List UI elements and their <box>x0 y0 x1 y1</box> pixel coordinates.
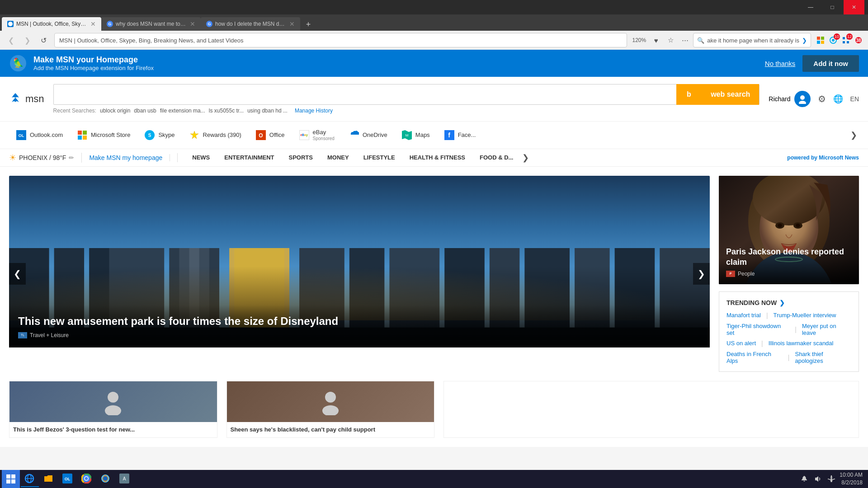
nav-link-money[interactable]: MONEY <box>320 154 356 161</box>
slider-dot-14[interactable] <box>393 365 396 368</box>
slider-dot-4[interactable] <box>339 365 342 368</box>
quick-link-outlook[interactable]: OL Outlook.com <box>9 127 70 144</box>
slider-dot-11[interactable] <box>377 365 380 368</box>
trending-item-1-0[interactable]: Tiger-Phil showdown set <box>726 323 789 336</box>
url-bar[interactable]: MSN | Outlook, Office, Skype, Bing, Brea… <box>54 33 627 47</box>
tab-msn-close[interactable]: ✕ <box>90 20 96 28</box>
slider-dot-2[interactable] <box>328 365 331 368</box>
tab-delete-msn-close[interactable]: ✕ <box>289 20 295 28</box>
back-button[interactable]: ❮ <box>4 33 18 47</box>
quick-link-facebook[interactable]: f Face... <box>437 127 483 144</box>
slider-dot-0[interactable] <box>317 365 321 368</box>
bottom-article-1[interactable]: Sheen says he's blacklisted, can't pay c… <box>226 381 435 438</box>
slider-next-button[interactable]: ❯ <box>693 263 710 285</box>
slider-dot-7[interactable] <box>355 365 359 368</box>
quick-links-bar: OL Outlook.com Microsoft Store S Skype R… <box>0 121 868 149</box>
forward-button[interactable]: ❯ <box>20 33 34 47</box>
nav-link-health[interactable]: HEALTH & FITNESS <box>402 154 472 161</box>
slider-dot-1[interactable] <box>322 365 326 368</box>
recent-search-1[interactable]: dban usb <box>134 108 156 114</box>
no-thanks-button[interactable]: No thanks <box>765 60 796 67</box>
make-homepage-button[interactable]: Make MSN my homepage <box>89 154 170 161</box>
more-icon[interactable]: ⋯ <box>679 34 691 47</box>
msn-search-box[interactable]: b web search <box>53 84 760 105</box>
quick-link-msstore[interactable]: Microsoft Store <box>70 127 137 144</box>
manage-history-link[interactable]: Manage History <box>295 108 333 114</box>
new-tab-button[interactable]: + <box>302 18 315 31</box>
window-controls[interactable]: — □ ✕ <box>800 0 864 14</box>
browser-search-bar[interactable]: 🔍 ake it home page when it already is ❯ <box>693 33 811 47</box>
nav-link-food[interactable]: FOOD & D... <box>472 154 520 161</box>
slider-dot-13[interactable] <box>387 365 391 368</box>
nav-link-sports[interactable]: SPORTS <box>282 154 320 161</box>
trending-title[interactable]: TRENDING NOW ❯ <box>726 299 851 306</box>
quick-link-onedrive[interactable]: OneDrive <box>342 127 395 144</box>
trending-item-3-1[interactable]: Shark thief apologizes <box>795 351 851 364</box>
settings-icon[interactable]: ⚙ <box>818 94 826 104</box>
trending-item-2-0[interactable]: US on alert <box>726 340 756 347</box>
recent-search-4[interactable]: using dban hd ... <box>247 108 288 114</box>
quick-link-rewards[interactable]: Rewards (390) <box>182 127 249 144</box>
refresh-button[interactable]: ↺ <box>36 33 51 47</box>
quick-link-office[interactable]: O Office <box>249 127 292 144</box>
slider-dot-15[interactable] <box>398 365 402 368</box>
slider-dot-12[interactable] <box>382 365 386 368</box>
maximize-button[interactable]: □ <box>822 0 843 14</box>
pocket-icon[interactable]: ♥ <box>650 34 662 47</box>
recent-search-2[interactable]: file extension ma... <box>160 108 205 114</box>
slider-dot-8[interactable] <box>360 365 364 368</box>
news-nav-more-arrow[interactable]: ❯ <box>522 153 529 163</box>
nav-link-news[interactable]: NEWS <box>185 154 217 161</box>
minimize-button[interactable]: — <box>800 0 821 14</box>
slider-prev-button[interactable]: ❮ <box>9 263 26 285</box>
trending-item-0-0[interactable]: Manafort trial <box>726 312 761 319</box>
user-profile[interactable]: Richard <box>769 91 810 107</box>
toolbar-icon-2[interactable]: 10 <box>827 34 839 46</box>
trending-item-2-1[interactable]: Illinois lawmaker scandal <box>769 340 834 347</box>
skype-icon: S <box>145 130 155 140</box>
paris-jackson-card[interactable]: Paris Jackson denies reported claim P Pe… <box>719 176 859 284</box>
slider-dot-9[interactable] <box>366 365 369 368</box>
slider-dot-6[interactable] <box>349 365 353 368</box>
slider-dot-10[interactable] <box>371 365 375 368</box>
bing-search-icon-button[interactable]: b <box>676 84 702 105</box>
tab-why-msn[interactable]: G why does MSN want me to m... ✕ <box>101 17 201 31</box>
quick-links-more-arrow[interactable]: ❯ <box>849 128 859 142</box>
web-search-button[interactable]: web search <box>702 84 759 105</box>
trending-sep-3-0: | <box>788 354 790 361</box>
add-it-now-button[interactable]: Add it now <box>802 55 859 72</box>
quick-link-ebay[interactable]: eBay eBay Sponsored <box>292 125 342 145</box>
slider-dot-5[interactable] <box>344 365 348 368</box>
svg-rect-7 <box>843 37 845 39</box>
toolbar-icon-4[interactable]: 38 <box>853 34 864 46</box>
svg-point-71 <box>778 224 782 227</box>
tab-why-msn-close[interactable]: ✕ <box>190 20 195 28</box>
close-button[interactable]: ✕ <box>844 0 864 14</box>
recent-search-3[interactable]: ls xu5055c tr... <box>209 108 244 114</box>
trending-item-1-1[interactable]: Meyer put on leave <box>802 323 851 336</box>
toolbar-icon-3[interactable]: 12 <box>840 34 852 46</box>
trending-item-3-0[interactable]: Deaths in French Alps <box>726 351 783 364</box>
bookmark-icon[interactable]: ☆ <box>664 34 677 47</box>
trending-item-0-1[interactable]: Trump-Mueller interview <box>774 312 836 319</box>
bottom-article-0[interactable]: This is Jeff Bezos' 3-question test for … <box>9 381 217 438</box>
svg-text:🦜: 🦜 <box>13 57 24 68</box>
nav-link-lifestyle[interactable]: LIFESTYLE <box>356 154 402 161</box>
source-name: Travel + Leisure <box>30 332 69 338</box>
globe-icon[interactable]: 🌐 <box>833 94 843 104</box>
toolbar-icon-1[interactable] <box>815 34 826 46</box>
quick-link-maps[interactable]: M Maps <box>395 127 437 144</box>
quick-link-skype[interactable]: S Skype <box>137 127 182 144</box>
edit-weather-icon[interactable]: ✏ <box>69 154 74 161</box>
nav-link-entertainment[interactable]: ENTERTAINMENT <box>217 154 281 161</box>
msn-logo[interactable]: msn <box>9 91 44 107</box>
featured-news-slider[interactable]: This new amusement park is four times th… <box>9 176 710 372</box>
msn-search-input[interactable] <box>54 90 677 99</box>
language-label[interactable]: EN <box>850 95 859 103</box>
weather-widget[interactable]: ☀ PHOENIX / 98°F ✏ <box>9 153 82 163</box>
slider-dot-3[interactable] <box>333 365 337 368</box>
onedrive-label: OneDrive <box>363 131 387 138</box>
tab-msn[interactable]: MSN | Outlook, Office, Skype, ... ✕ <box>2 17 101 31</box>
tab-delete-msn[interactable]: G how do I delete the MSN defa... ✕ <box>201 17 300 31</box>
recent-search-0[interactable]: ublock origin <box>100 108 130 114</box>
